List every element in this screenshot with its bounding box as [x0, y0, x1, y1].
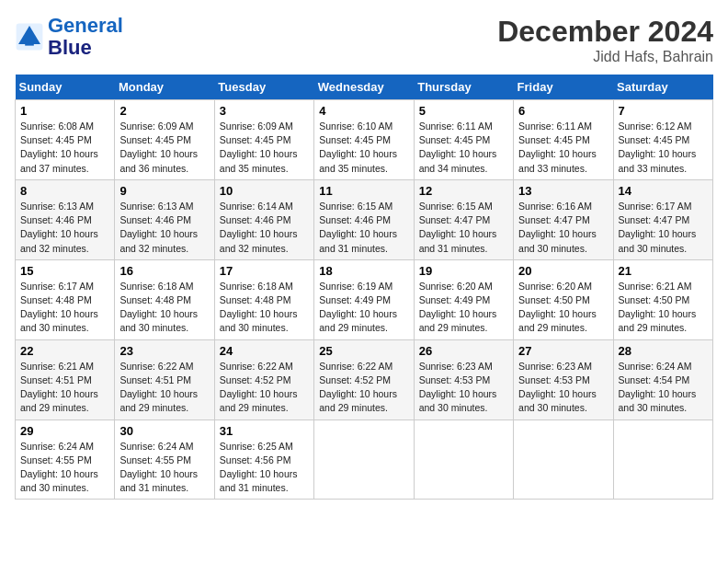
day-number: 8: [20, 184, 109, 198]
calendar-week-1: 1Sunrise: 6:08 AM Sunset: 4:45 PM Daylig…: [16, 100, 713, 180]
calendar-week-3: 15Sunrise: 6:17 AM Sunset: 4:48 PM Dayli…: [16, 259, 713, 339]
calendar-cell: 18Sunrise: 6:19 AM Sunset: 4:49 PM Dayli…: [314, 259, 414, 339]
day-info: Sunrise: 6:10 AM Sunset: 4:45 PM Dayligh…: [319, 120, 408, 176]
page-header: GeneralBlue December 2024 Jidd Hafs, Bah…: [15, 15, 713, 65]
day-number: 29: [20, 424, 109, 438]
day-info: Sunrise: 6:18 AM Sunset: 4:48 PM Dayligh…: [119, 280, 209, 336]
day-info: Sunrise: 6:17 AM Sunset: 4:47 PM Dayligh…: [619, 200, 708, 256]
calendar-cell: 2Sunrise: 6:09 AM Sunset: 4:45 PM Daylig…: [115, 100, 214, 180]
calendar-week-2: 8Sunrise: 6:13 AM Sunset: 4:46 PM Daylig…: [16, 179, 713, 259]
calendar-cell: 19Sunrise: 6:20 AM Sunset: 4:49 PM Dayli…: [414, 259, 513, 339]
svg-rect-2: [25, 39, 34, 46]
day-info: Sunrise: 6:22 AM Sunset: 4:52 PM Dayligh…: [319, 360, 408, 416]
month-title: December 2024: [497, 15, 713, 49]
col-header-saturday: Saturday: [613, 75, 712, 100]
day-info: Sunrise: 6:22 AM Sunset: 4:51 PM Dayligh…: [119, 360, 209, 416]
day-number: 2: [119, 104, 209, 118]
col-header-sunday: Sunday: [16, 75, 115, 100]
day-info: Sunrise: 6:17 AM Sunset: 4:48 PM Dayligh…: [20, 280, 109, 336]
calendar-cell: 10Sunrise: 6:14 AM Sunset: 4:46 PM Dayli…: [214, 179, 313, 259]
calendar-cell: [414, 419, 513, 500]
day-number: 31: [220, 424, 309, 438]
day-number: 27: [518, 344, 608, 358]
day-info: Sunrise: 6:22 AM Sunset: 4:52 PM Dayligh…: [220, 360, 309, 416]
day-info: Sunrise: 6:20 AM Sunset: 4:50 PM Dayligh…: [518, 280, 608, 336]
day-number: 17: [220, 264, 309, 278]
day-number: 10: [220, 184, 309, 198]
calendar-cell: 23Sunrise: 6:22 AM Sunset: 4:51 PM Dayli…: [115, 339, 214, 419]
day-info: Sunrise: 6:12 AM Sunset: 4:45 PM Dayligh…: [619, 120, 708, 176]
day-number: 7: [619, 104, 708, 118]
day-number: 30: [119, 424, 209, 438]
calendar-cell: 8Sunrise: 6:13 AM Sunset: 4:46 PM Daylig…: [16, 179, 115, 259]
day-info: Sunrise: 6:21 AM Sunset: 4:50 PM Dayligh…: [619, 280, 708, 336]
col-header-friday: Friday: [514, 75, 613, 100]
day-number: 22: [20, 344, 109, 358]
location-title: Jidd Hafs, Bahrain: [497, 49, 713, 65]
col-header-wednesday: Wednesday: [314, 75, 414, 100]
day-number: 5: [419, 104, 508, 118]
day-info: Sunrise: 6:18 AM Sunset: 4:48 PM Dayligh…: [220, 280, 309, 336]
day-info: Sunrise: 6:24 AM Sunset: 4:55 PM Dayligh…: [119, 440, 209, 496]
day-number: 4: [319, 104, 408, 118]
day-number: 11: [319, 184, 408, 198]
calendar-cell: 28Sunrise: 6:24 AM Sunset: 4:54 PM Dayli…: [613, 339, 712, 419]
day-info: Sunrise: 6:09 AM Sunset: 4:45 PM Dayligh…: [220, 120, 309, 176]
day-info: Sunrise: 6:23 AM Sunset: 4:53 PM Dayligh…: [518, 360, 608, 416]
calendar-cell: 17Sunrise: 6:18 AM Sunset: 4:48 PM Dayli…: [214, 259, 313, 339]
day-number: 24: [220, 344, 309, 358]
calendar-cell: 22Sunrise: 6:21 AM Sunset: 4:51 PM Dayli…: [16, 339, 115, 419]
day-number: 19: [419, 264, 508, 278]
calendar-cell: 5Sunrise: 6:11 AM Sunset: 4:45 PM Daylig…: [414, 100, 513, 180]
day-info: Sunrise: 6:09 AM Sunset: 4:45 PM Dayligh…: [119, 120, 209, 176]
day-number: 21: [619, 264, 708, 278]
calendar-cell: 30Sunrise: 6:24 AM Sunset: 4:55 PM Dayli…: [115, 419, 214, 500]
day-info: Sunrise: 6:13 AM Sunset: 4:46 PM Dayligh…: [119, 200, 209, 256]
calendar-cell: 4Sunrise: 6:10 AM Sunset: 4:45 PM Daylig…: [314, 100, 414, 180]
day-number: 14: [619, 184, 708, 198]
day-info: Sunrise: 6:14 AM Sunset: 4:46 PM Dayligh…: [220, 200, 309, 256]
calendar-cell: 15Sunrise: 6:17 AM Sunset: 4:48 PM Dayli…: [16, 259, 115, 339]
calendar-cell: 21Sunrise: 6:21 AM Sunset: 4:50 PM Dayli…: [613, 259, 712, 339]
calendar-week-4: 22Sunrise: 6:21 AM Sunset: 4:51 PM Dayli…: [16, 339, 713, 419]
calendar-cell: [613, 419, 712, 500]
day-info: Sunrise: 6:21 AM Sunset: 4:51 PM Dayligh…: [20, 360, 109, 416]
logo: GeneralBlue: [15, 15, 123, 59]
calendar-cell: 31Sunrise: 6:25 AM Sunset: 4:56 PM Dayli…: [214, 419, 313, 500]
col-header-monday: Monday: [115, 75, 214, 100]
calendar-cell: 26Sunrise: 6:23 AM Sunset: 4:53 PM Dayli…: [414, 339, 513, 419]
day-info: Sunrise: 6:15 AM Sunset: 4:46 PM Dayligh…: [319, 200, 408, 256]
day-number: 18: [319, 264, 408, 278]
day-info: Sunrise: 6:23 AM Sunset: 4:53 PM Dayligh…: [419, 360, 508, 416]
calendar-cell: 13Sunrise: 6:16 AM Sunset: 4:47 PM Dayli…: [514, 179, 613, 259]
day-number: 1: [20, 104, 109, 118]
calendar-cell: 24Sunrise: 6:22 AM Sunset: 4:52 PM Dayli…: [214, 339, 313, 419]
calendar-cell: 3Sunrise: 6:09 AM Sunset: 4:45 PM Daylig…: [214, 100, 313, 180]
day-number: 9: [119, 184, 209, 198]
day-info: Sunrise: 6:25 AM Sunset: 4:56 PM Dayligh…: [220, 440, 309, 496]
calendar-cell: 29Sunrise: 6:24 AM Sunset: 4:55 PM Dayli…: [16, 419, 115, 500]
day-number: 13: [518, 184, 608, 198]
calendar-table: SundayMondayTuesdayWednesdayThursdayFrid…: [15, 75, 713, 500]
day-info: Sunrise: 6:11 AM Sunset: 4:45 PM Dayligh…: [518, 120, 608, 176]
day-number: 6: [518, 104, 608, 118]
day-number: 20: [518, 264, 608, 278]
calendar-cell: 7Sunrise: 6:12 AM Sunset: 4:45 PM Daylig…: [613, 100, 712, 180]
day-info: Sunrise: 6:11 AM Sunset: 4:45 PM Dayligh…: [419, 120, 508, 176]
day-info: Sunrise: 6:08 AM Sunset: 4:45 PM Dayligh…: [20, 120, 109, 176]
calendar-cell: 6Sunrise: 6:11 AM Sunset: 4:45 PM Daylig…: [514, 100, 613, 180]
day-info: Sunrise: 6:15 AM Sunset: 4:47 PM Dayligh…: [419, 200, 508, 256]
day-number: 12: [419, 184, 508, 198]
day-info: Sunrise: 6:13 AM Sunset: 4:46 PM Dayligh…: [20, 200, 109, 256]
calendar-cell: 20Sunrise: 6:20 AM Sunset: 4:50 PM Dayli…: [514, 259, 613, 339]
calendar-cell: [514, 419, 613, 500]
day-number: 26: [419, 344, 508, 358]
logo-text: GeneralBlue: [48, 15, 123, 59]
calendar-cell: [314, 419, 414, 500]
day-number: 23: [119, 344, 209, 358]
calendar-cell: 9Sunrise: 6:13 AM Sunset: 4:46 PM Daylig…: [115, 179, 214, 259]
logo-icon: [15, 22, 44, 52]
calendar-cell: 1Sunrise: 6:08 AM Sunset: 4:45 PM Daylig…: [16, 100, 115, 180]
calendar-cell: 25Sunrise: 6:22 AM Sunset: 4:52 PM Dayli…: [314, 339, 414, 419]
day-info: Sunrise: 6:16 AM Sunset: 4:47 PM Dayligh…: [518, 200, 608, 256]
